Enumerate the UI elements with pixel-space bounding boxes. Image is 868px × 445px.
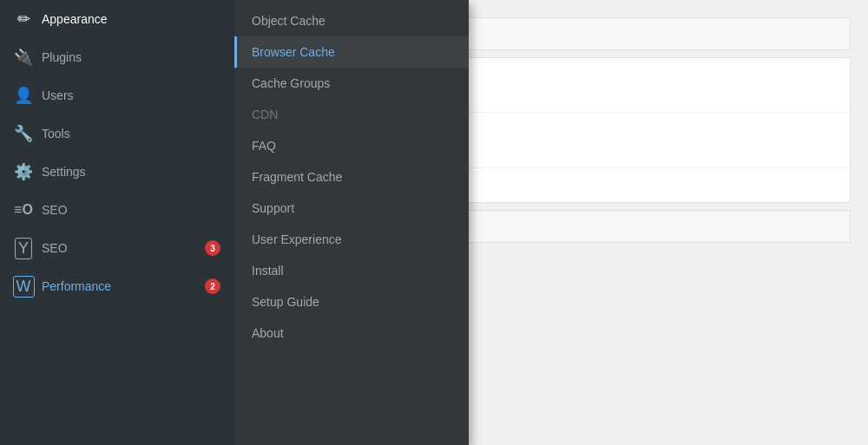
tools-label: Tools	[42, 127, 220, 141]
dropdown-item-faq[interactable]: FAQ	[234, 130, 469, 161]
users-label: Users	[42, 88, 220, 102]
appearance-label: Appearance	[42, 12, 220, 26]
performance-badge: 2	[205, 278, 220, 294]
appearance-icon-wrap: ✏	[14, 10, 33, 29]
seo2-icon-wrap: Y	[14, 239, 33, 258]
cdn-label: CDN	[252, 108, 278, 121]
setup-guide-label: Setup Guide	[252, 295, 319, 309]
users-icon-wrap: 👤	[14, 86, 33, 105]
settings-label: Settings	[42, 165, 220, 179]
user-experience-label: User Experience	[252, 232, 342, 246]
plugins-icon-wrap: 🔌	[14, 48, 33, 67]
dropdown-item-install[interactable]: Install	[234, 255, 469, 286]
seo-icon-wrap: ≡O	[14, 200, 33, 219]
performance-icon: W	[13, 276, 35, 298]
dropdown-item-support[interactable]: Support	[234, 193, 469, 224]
sidebar-item-performance[interactable]: W Performance 2	[0, 267, 234, 305]
tools-icon: 🔧	[14, 124, 33, 143]
seo-icon: ≡O	[14, 202, 33, 218]
performance-icon-wrap: W	[14, 277, 33, 296]
seo2-badge: 3	[205, 240, 220, 256]
dropdown-item-object-cache[interactable]: Object Cache	[234, 5, 469, 36]
settings-icon: ⚙️	[14, 162, 33, 181]
sidebar-item-appearance[interactable]: ✏ Appearance	[0, 0, 234, 38]
sidebar-item-tools[interactable]: 🔧 Tools	[0, 115, 234, 153]
install-label: Install	[252, 264, 284, 278]
faq-label: FAQ	[252, 139, 276, 153]
sidebar-item-settings[interactable]: ⚙️ Settings	[0, 153, 234, 191]
sidebar: ✏ Appearance 🔌 Plugins 👤 Users 🔧 Tools ⚙…	[0, 0, 234, 445]
browser-cache-label: Browser Cache	[252, 45, 335, 59]
dropdown-item-fragment-cache[interactable]: Fragment Cache	[234, 161, 469, 193]
dropdown-item-browser-cache[interactable]: Browser Cache	[234, 36, 469, 68]
performance-label: Performance	[42, 279, 196, 293]
settings-icon-wrap: ⚙️	[14, 162, 33, 181]
cache-groups-label: Cache Groups	[252, 76, 330, 90]
users-icon: 👤	[14, 86, 33, 105]
object-cache-label: Object Cache	[252, 14, 326, 28]
seo2-label: SEO	[42, 241, 196, 255]
about-label: About	[252, 326, 284, 340]
sidebar-item-users[interactable]: 👤 Users	[0, 76, 234, 115]
dropdown-item-about[interactable]: About	[234, 317, 469, 349]
dropdown-item-setup-guide[interactable]: Setup Guide	[234, 286, 469, 317]
fragment-cache-label: Fragment Cache	[252, 170, 342, 184]
seo2-icon: Y	[15, 238, 32, 259]
submenu-dropdown: Object CacheBrowser CacheCache GroupsCDN…	[234, 0, 469, 445]
seo-label: SEO	[42, 203, 220, 217]
sidebar-item-seo[interactable]: ≡O SEO	[0, 191, 234, 229]
tools-icon-wrap: 🔧	[14, 124, 33, 143]
support-label: Support	[252, 201, 294, 215]
dropdown-item-cache-groups[interactable]: Cache Groups	[234, 68, 469, 99]
dropdown-item-user-experience[interactable]: User Experience	[234, 224, 469, 255]
plugins-icon: 🔌	[14, 48, 33, 67]
sidebar-item-seo2[interactable]: Y SEO 3	[0, 229, 234, 267]
dropdown-item-cdn[interactable]: CDN	[234, 99, 469, 130]
sidebar-item-plugins[interactable]: 🔌 Plugins	[0, 38, 234, 76]
appearance-icon: ✏	[17, 10, 30, 29]
plugins-label: Plugins	[42, 50, 220, 64]
